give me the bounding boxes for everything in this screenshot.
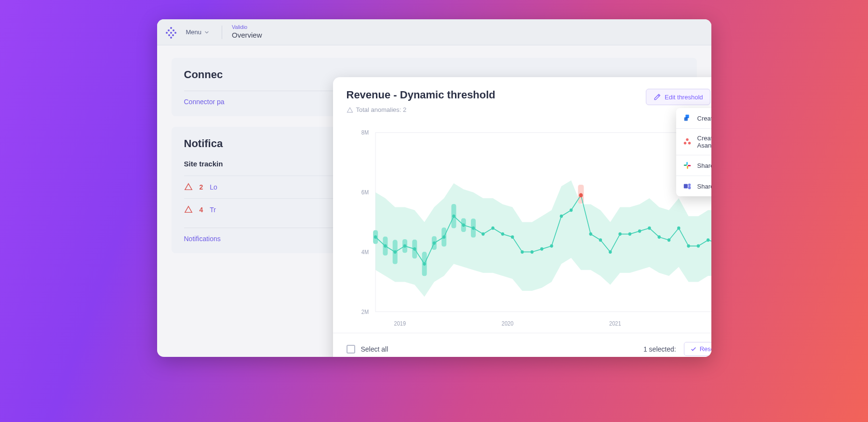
warning-icon [347,107,353,113]
dropdown-item-asana[interactable]: Create ticket in Asana [676,129,711,155]
edit-icon [653,93,661,101]
svg-point-41 [540,247,543,251]
svg-point-46 [589,232,592,236]
svg-point-42 [550,245,553,248]
svg-point-50 [628,232,631,236]
svg-point-56 [687,245,690,248]
svg-point-45 [579,193,583,197]
titlebar: Menu Validio Overview [157,19,711,45]
modal-footer: Select all 1 selected: Resolve Ignore [333,333,711,357]
svg-rect-71 [686,162,688,165]
row-count: 4 [200,206,203,214]
modal-title: Revenue - Dynamic threshold [347,89,495,101]
svg-point-30 [432,241,435,245]
svg-text:2021: 2021 [609,320,621,327]
row-count: 2 [200,183,203,191]
svg-point-76 [688,184,690,186]
teams-icon [683,182,692,191]
svg-text:4M: 4M [361,249,368,255]
svg-rect-67 [684,117,687,121]
svg-point-57 [696,245,699,248]
svg-rect-74 [687,165,690,166]
svg-point-37 [501,232,504,236]
svg-point-27 [403,245,406,248]
svg-point-53 [657,235,660,239]
svg-point-55 [677,226,680,230]
svg-point-24 [374,235,376,239]
svg-point-69 [683,142,686,144]
svg-point-52 [648,226,651,230]
menu-label: Menu [186,28,202,36]
svg-text:8M: 8M [361,130,368,136]
svg-point-43 [560,215,562,218]
title-text: Validio Overview [232,24,262,40]
svg-rect-72 [683,164,686,166]
create-ticket-dropdown: Create ticket in Jira Create ticket in A… [676,108,711,196]
svg-rect-75 [683,184,687,189]
logo-icon [166,27,176,38]
svg-point-32 [452,215,455,218]
svg-point-51 [638,230,641,233]
menu-button[interactable]: Menu [183,27,213,38]
selected-count: 1 selected: [643,345,676,353]
svg-point-34 [471,226,474,230]
svg-text:6M: 6M [361,190,368,196]
app-name: Validio [232,24,262,31]
svg-point-28 [413,247,416,251]
svg-point-47 [599,238,601,242]
svg-point-33 [462,223,465,227]
svg-point-25 [384,245,387,248]
svg-point-36 [491,226,494,230]
warning-icon [184,205,193,214]
row-label: Tr [210,206,216,214]
svg-point-39 [521,250,523,254]
edit-threshold-button[interactable]: Edit threshold [646,89,710,105]
svg-point-38 [511,235,514,239]
svg-point-49 [618,232,621,236]
divider [222,26,222,39]
svg-text:2020: 2020 [501,320,513,327]
svg-point-29 [423,262,426,266]
svg-text:2019: 2019 [394,320,405,327]
svg-point-31 [442,235,445,239]
svg-point-54 [667,238,670,242]
jira-icon [683,114,692,123]
slack-icon [683,161,692,170]
row-label: Lo [210,183,217,191]
svg-point-68 [686,138,688,141]
chart-area: 2M4M6M8M2019202020212022 [333,122,711,333]
threshold-modal: Revenue - Dynamic threshold Total anomal… [333,77,711,357]
svg-point-48 [609,250,612,254]
svg-rect-77 [688,186,690,189]
app-window: Menu Validio Overview Connec Connector p… [157,19,711,357]
asana-icon [683,137,692,146]
svg-point-44 [569,208,572,212]
modal-header: Revenue - Dynamic threshold Total anomal… [333,77,711,122]
dropdown-item-jira[interactable]: Create ticket in Jira [676,108,711,129]
svg-point-35 [481,232,484,236]
svg-text:2M: 2M [361,309,368,315]
page-name: Overview [232,31,262,40]
select-all[interactable]: Select all [347,345,388,354]
svg-rect-73 [687,166,688,169]
dropdown-item-slack[interactable]: Share issue in Slack [676,155,711,176]
revenue-chart[interactable]: 2M4M6M8M2019202020212022 [347,122,711,333]
svg-point-26 [393,250,396,254]
resolve-button[interactable]: Resolve [684,342,711,356]
dropdown-item-teams[interactable]: Share issue in Teams [676,176,711,196]
svg-point-58 [706,238,709,242]
check-icon [690,346,697,353]
checkbox[interactable] [347,345,355,354]
chevron-down-icon [204,30,209,35]
svg-point-70 [688,142,690,144]
svg-point-40 [530,250,533,254]
anomaly-count: Total anomalies: 2 [347,106,495,113]
warning-icon [184,183,193,191]
